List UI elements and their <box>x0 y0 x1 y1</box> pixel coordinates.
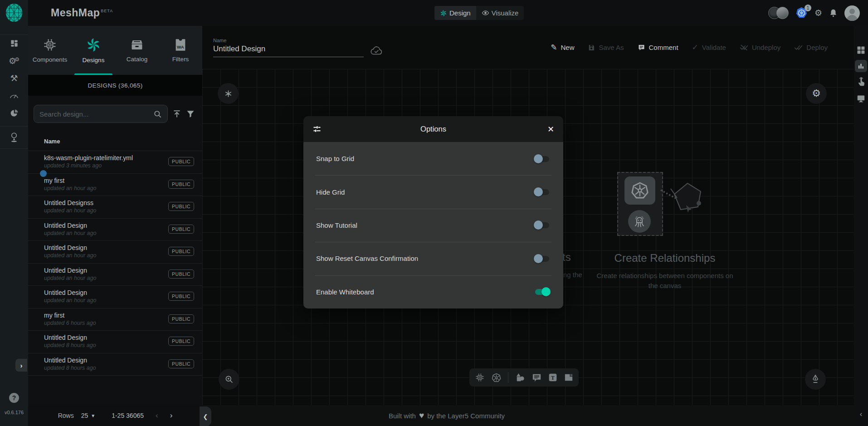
panels-grid-button[interactable] <box>854 46 868 54</box>
interaction-hand-button[interactable] <box>854 77 868 86</box>
visibility-badge: PUBLIC <box>168 292 194 301</box>
tab-filters[interactable]: WA Filters <box>159 26 202 75</box>
undeploy-button[interactable]: Undeploy <box>740 44 780 51</box>
shapes-tool[interactable] <box>515 373 525 382</box>
design-row[interactable]: Untitled Design updated an hour ago PUBL… <box>28 241 202 264</box>
pentagon-shape <box>670 181 705 215</box>
sidebar-item-performance[interactable] <box>0 88 28 103</box>
footer-credit: Built with ♥ by the Layer5 Community <box>389 405 505 426</box>
kubernetes-tool[interactable] <box>492 373 501 382</box>
comment-tool[interactable] <box>532 373 541 382</box>
canvas-options-gear-button[interactable]: ⚙ <box>806 83 827 104</box>
rail-divider <box>0 148 28 149</box>
four-squares-icon <box>857 46 865 54</box>
design-row[interactable]: Untitled Design updated an hour ago PUBL… <box>28 219 202 241</box>
media-tool[interactable] <box>564 373 573 382</box>
kubernetes-node <box>624 176 655 205</box>
gauge-icon <box>10 93 19 99</box>
app-version: v0.6.176 <box>0 410 28 415</box>
next-page-button[interactable]: › <box>170 411 173 420</box>
floppy-icon <box>588 44 595 51</box>
show-reset-canvas-confirmation-toggle[interactable] <box>534 254 551 263</box>
user-avatar-button[interactable] <box>844 5 860 21</box>
onboarding-title: Create Relationships <box>570 252 760 264</box>
bell-icon <box>829 9 837 17</box>
notifications-bell-button[interactable] <box>829 9 837 17</box>
double-check-icon <box>794 44 803 51</box>
left-navigation-rail: ⚙⚙ ⚒ › ? v0.6.176 <box>0 0 28 426</box>
components-tool[interactable] <box>475 372 485 382</box>
sidebar-item-meshmap[interactable] <box>0 130 28 145</box>
filter-funnel-icon[interactable] <box>186 109 195 118</box>
kubernetes-context-button[interactable]: 1 <box>796 7 807 19</box>
design-row[interactable]: my first updated 6 hours ago PUBLIC <box>28 308 202 331</box>
design-row[interactable]: Untitled Design updated an hour ago PUBL… <box>28 286 202 308</box>
heart-icon: ♥ <box>419 411 424 421</box>
search-input[interactable] <box>39 110 153 118</box>
comment-button[interactable]: Comment <box>638 44 678 51</box>
tab-designs[interactable]: Designs <box>72 26 115 75</box>
display-button[interactable] <box>854 95 868 103</box>
rail-divider <box>0 34 28 35</box>
layer5-logo[interactable] <box>4 3 24 23</box>
collapse-left-panel-button[interactable]: ❮ <box>200 406 211 426</box>
monitor-icon <box>857 95 865 103</box>
design-row[interactable]: Untitled Design updated 8 hours ago PUBL… <box>28 331 202 353</box>
collapse-right-dock-button[interactable]: ‹ <box>854 410 868 419</box>
settings-gear-button[interactable]: ⚙ <box>814 8 822 18</box>
text-tool[interactable]: T <box>548 373 557 382</box>
whiteboard-pen-button[interactable] <box>805 369 826 390</box>
deploy-button[interactable]: Deploy <box>794 44 828 51</box>
occluded-card-text: ng the <box>563 271 582 279</box>
close-icon[interactable]: ✕ <box>547 124 554 134</box>
dashboard-chart-button[interactable] <box>855 60 867 72</box>
rows-per-page-select[interactable]: 25▼ <box>81 412 95 419</box>
enable-whiteboard-toggle[interactable] <box>534 287 551 296</box>
zoom-button[interactable] <box>219 369 239 390</box>
options-modal-body: Snap to Grid Hide Grid Show Tutorial Sho… <box>303 142 563 308</box>
chevron-left-icon: ❮ <box>203 413 208 420</box>
tab-components[interactable]: Components <box>28 26 72 75</box>
collaborator-presence-dot <box>40 170 47 177</box>
new-button[interactable]: ✎New <box>551 43 574 52</box>
mode-tab-visualize[interactable]: Visualize <box>476 6 524 20</box>
validate-button[interactable]: ✓Validate <box>692 43 726 52</box>
top-header-bar: MeshMapBETA Design Visualize 1 ⚙ <box>28 0 868 26</box>
design-name-input[interactable] <box>213 44 364 57</box>
app-title: MeshMapBETA <box>51 7 113 19</box>
dock-divider <box>508 372 508 383</box>
mode-tab-design[interactable]: Design <box>434 6 476 20</box>
hide-grid-toggle[interactable] <box>534 187 551 196</box>
design-row[interactable]: k8s-wasm-plugin-ratelimiter.yml updated … <box>28 151 202 174</box>
search-icon[interactable] <box>153 110 162 118</box>
help-button[interactable]: ? <box>9 393 19 403</box>
tools-icon: ⚒ <box>10 73 18 83</box>
design-row[interactable]: Untitled Designss updated an hour ago PU… <box>28 196 202 219</box>
chevron-right-icon: › <box>20 362 23 369</box>
beta-tag: BETA <box>101 9 113 13</box>
sidebar-item-extensions[interactable] <box>0 105 28 121</box>
previous-page-button[interactable]: ‹ <box>156 411 158 420</box>
sidebar-item-lifecycle[interactable]: ⚙⚙ <box>0 53 28 69</box>
snowflake-gear-icon <box>224 90 232 98</box>
eye-icon <box>482 9 489 17</box>
upload-design-icon[interactable] <box>172 109 181 118</box>
design-name-field: Name <box>213 38 364 57</box>
show-tutorial-toggle[interactable] <box>534 220 551 230</box>
design-row[interactable]: Untitled Design updated 8 hours ago PUBL… <box>28 353 202 376</box>
design-row[interactable]: Untitled Design updated an hour ago PUBL… <box>28 264 202 286</box>
design-row[interactable]: my first updated an hour ago PUBLIC <box>28 174 202 196</box>
visibility-badge: PUBLIC <box>168 269 194 279</box>
sidebar-item-configuration[interactable]: ⚒ <box>0 70 28 86</box>
tab-catalog[interactable]: Catalog <box>115 26 159 75</box>
collaborator-avatars[interactable] <box>768 7 789 19</box>
snap-to-grid-toggle[interactable] <box>534 154 551 163</box>
tune-sliders-icon <box>312 125 322 134</box>
sidebar-item-dashboard[interactable] <box>0 35 28 51</box>
svg-text:T: T <box>551 375 555 381</box>
expand-sidebar-button[interactable]: › <box>15 359 27 372</box>
option-row-snap-to-grid: Snap to Grid <box>303 142 563 175</box>
save-as-button[interactable]: Save As <box>588 44 624 51</box>
canvas-footer: ❮ Built with ♥ by the Layer5 Community <box>202 405 854 426</box>
canvas-settings-flower-button[interactable] <box>218 83 239 104</box>
